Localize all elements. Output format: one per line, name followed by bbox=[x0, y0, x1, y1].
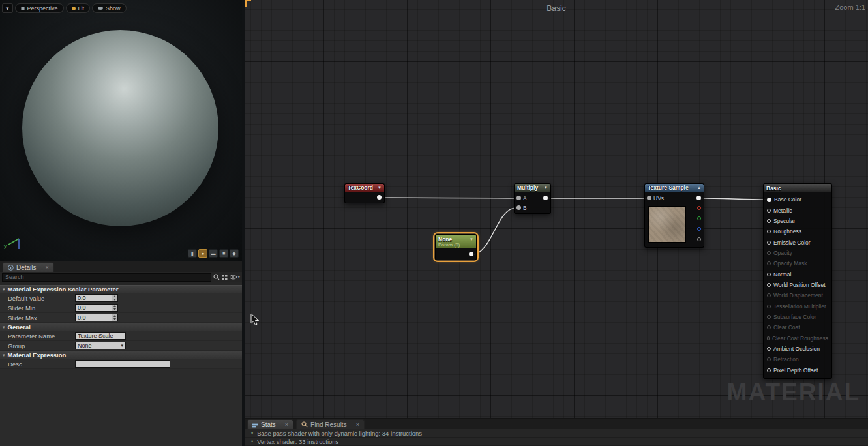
preview-shape-sphere-button[interactable]: ● bbox=[198, 249, 207, 258]
expand-arrow-icon: ▾ bbox=[3, 325, 5, 330]
material-pin-ambient-occlusion[interactable]: Ambient Occlusion bbox=[764, 344, 831, 354]
g-output-pin[interactable] bbox=[697, 216, 701, 220]
preview-mesh-button[interactable]: ◆ bbox=[230, 249, 239, 258]
pin-icon[interactable] bbox=[767, 209, 771, 213]
node-multiply-header[interactable]: Multiply ▼ bbox=[514, 183, 551, 192]
node-multiply[interactable]: Multiply ▼ A B bbox=[514, 183, 551, 214]
preview-viewport[interactable]: ▾ Perspective Lit Show y bbox=[0, 0, 242, 261]
material-pin-clear-coat: Clear Coat bbox=[764, 322, 831, 333]
slider-min-input[interactable] bbox=[76, 305, 112, 311]
perspective-button[interactable]: Perspective bbox=[15, 3, 64, 13]
tab-stats[interactable]: Stats × bbox=[247, 419, 293, 429]
preview-shape-cube-button[interactable]: ■ bbox=[219, 249, 228, 258]
material-pin-normal[interactable]: Normal bbox=[764, 269, 831, 279]
section-scalar-parameter[interactable]: ▾ Material Expression Scalar Parameter bbox=[0, 285, 242, 293]
show-button[interactable]: Show bbox=[92, 3, 127, 13]
slider-max-field[interactable] bbox=[75, 314, 118, 321]
perspective-label: Perspective bbox=[27, 5, 58, 12]
uvs-input-pin[interactable] bbox=[647, 196, 651, 200]
node-texture-sample[interactable]: Texture Sample ▲ UVs bbox=[644, 183, 704, 248]
pin-icon bbox=[767, 293, 771, 297]
pin-icon[interactable] bbox=[767, 230, 771, 233]
slider-max-input[interactable] bbox=[76, 314, 112, 321]
pin-icon[interactable] bbox=[767, 273, 771, 276]
material-pin-world-position-offset[interactable]: World Position Offset bbox=[764, 280, 831, 290]
lit-mode-icon bbox=[72, 7, 76, 10]
multiply-output-pin[interactable] bbox=[543, 196, 548, 200]
close-tab-icon[interactable]: × bbox=[46, 264, 49, 271]
node-texcoord-header[interactable]: TexCoord ▼ bbox=[344, 183, 385, 192]
spinner-icon[interactable] bbox=[112, 305, 117, 311]
multiply-input-a-pin[interactable] bbox=[516, 196, 521, 200]
r-output-pin[interactable] bbox=[697, 206, 701, 210]
default-value-input[interactable] bbox=[76, 295, 112, 301]
menu-caret-icon: ▾ bbox=[6, 5, 9, 12]
node-texcoord[interactable]: TexCoord ▼ bbox=[344, 183, 385, 203]
multiply-input-b-pin[interactable] bbox=[516, 205, 521, 210]
node-param-header[interactable]: None ▼ Param (0) bbox=[435, 234, 477, 248]
section-general[interactable]: ▾ General bbox=[0, 323, 242, 331]
spinner-icon[interactable] bbox=[112, 314, 117, 321]
parameter-name-input[interactable] bbox=[75, 332, 126, 340]
close-tab-icon[interactable]: × bbox=[285, 421, 288, 428]
tab-details[interactable]: Details × bbox=[3, 262, 54, 272]
search-input[interactable] bbox=[2, 273, 211, 282]
axis-gizmo-icon: y bbox=[3, 233, 23, 253]
default-value-field[interactable] bbox=[75, 294, 118, 302]
material-pin-roughness[interactable]: Roughness bbox=[764, 226, 831, 237]
grid-view-icon[interactable] bbox=[222, 275, 228, 280]
collapse-arrow-icon[interactable]: ▲ bbox=[697, 186, 701, 190]
group-dropdown[interactable]: None ▾ bbox=[75, 342, 126, 349]
node-material-result[interactable]: Basic Base Color Metallic Specular Rough… bbox=[763, 183, 832, 379]
details-icon bbox=[8, 265, 14, 271]
pin-icon[interactable] bbox=[767, 241, 771, 245]
material-pin-base-color[interactable]: Base Color bbox=[764, 194, 831, 205]
material-pin-emissive-color[interactable]: Emissive Color bbox=[764, 237, 831, 247]
pin-icon[interactable] bbox=[767, 198, 771, 202]
material-pin-pixel-depth-offset[interactable]: Pixel Depth Offset bbox=[764, 365, 831, 376]
viewport-options-button[interactable]: ▾ bbox=[2, 3, 13, 13]
tab-find-results[interactable]: Find Results × bbox=[296, 419, 365, 429]
details-panel: Details × ▾ ▾ Material bbox=[0, 261, 242, 446]
collapse-arrow-icon[interactable]: ▼ bbox=[544, 186, 548, 190]
collapse-arrow-icon[interactable]: ▼ bbox=[378, 186, 382, 190]
stats-message: Base pass shader with only dynamic light… bbox=[257, 430, 422, 437]
section-title: General bbox=[8, 323, 31, 331]
node-scalar-parameter[interactable]: None ▼ Param (0) bbox=[435, 234, 477, 260]
visibility-filter-icon[interactable]: ▾ bbox=[230, 275, 240, 280]
property-label: Slider Min bbox=[0, 305, 75, 312]
material-pin-refraction: Refraction bbox=[764, 354, 831, 364]
pin-icon[interactable] bbox=[767, 219, 771, 223]
texcoord-output-pin[interactable] bbox=[377, 195, 382, 200]
node-material-header[interactable]: Basic bbox=[763, 183, 832, 192]
section-material-expression[interactable]: ▾ Material Expression bbox=[0, 351, 242, 359]
texture-preview-thumbnail bbox=[648, 206, 686, 243]
material-pin-specular[interactable]: Specular bbox=[764, 216, 831, 226]
close-tab-icon[interactable]: × bbox=[356, 421, 359, 428]
material-graph-canvas[interactable]: Basic Zoom 1:1 TexCoord ▼ Multiply ▼ bbox=[245, 0, 868, 418]
node-texture-header[interactable]: Texture Sample ▲ bbox=[644, 183, 704, 192]
row-slider-min: Slider Min bbox=[0, 303, 242, 313]
slider-min-field[interactable] bbox=[75, 304, 118, 312]
property-label: Group bbox=[0, 342, 75, 349]
pin-icon bbox=[767, 251, 771, 255]
param-output-pin[interactable] bbox=[469, 252, 473, 256]
collapse-arrow-icon[interactable]: ▼ bbox=[470, 237, 473, 241]
preview-shape-plane-button[interactable]: ▬ bbox=[209, 249, 218, 258]
unreal-material-editor: ▾ Perspective Lit Show y bbox=[0, 0, 868, 446]
row-group: Group None ▾ bbox=[0, 341, 242, 351]
row-default-value: Default Value bbox=[0, 293, 242, 303]
b-output-pin[interactable] bbox=[697, 227, 701, 231]
a-output-pin[interactable] bbox=[697, 237, 701, 241]
pin-icon[interactable] bbox=[767, 283, 771, 287]
preview-shape-cylinder-button[interactable]: ▮ bbox=[188, 249, 197, 258]
pin-icon[interactable] bbox=[767, 347, 771, 351]
spinner-icon[interactable] bbox=[112, 295, 117, 301]
lit-button[interactable]: Lit bbox=[66, 3, 91, 13]
desc-input[interactable] bbox=[75, 360, 170, 368]
material-pin-metallic[interactable]: Metallic bbox=[764, 205, 831, 215]
pin-icon[interactable] bbox=[767, 368, 771, 372]
tab-find-results-label: Find Results bbox=[310, 421, 347, 428]
rgb-output-pin[interactable] bbox=[696, 196, 701, 200]
stats-message: Vertex shader: 33 instructions bbox=[257, 438, 338, 445]
